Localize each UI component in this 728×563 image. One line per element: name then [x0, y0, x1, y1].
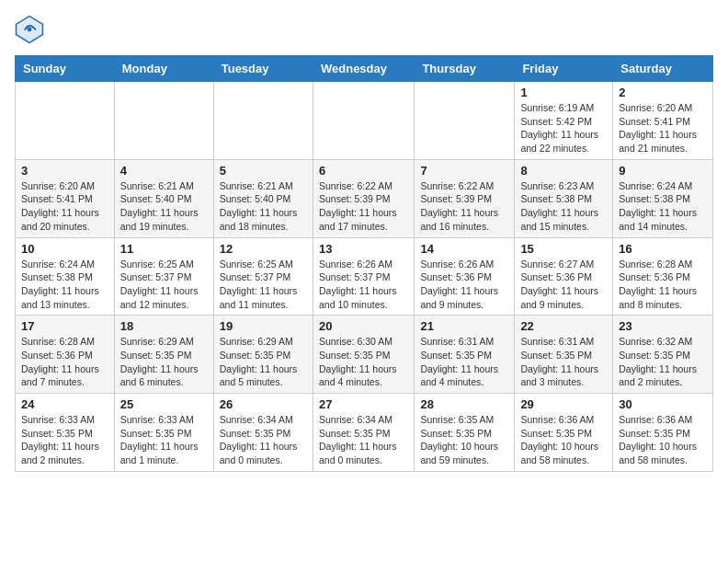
calendar-day-cell: 13Sunrise: 6:26 AMSunset: 5:37 PMDayligh… — [313, 237, 414, 316]
day-number: 24 — [21, 397, 108, 411]
calendar-day-cell: 16Sunrise: 6:28 AMSunset: 5:36 PMDayligh… — [613, 237, 713, 316]
calendar-day-cell: 30Sunrise: 6:36 AMSunset: 5:35 PMDayligh… — [613, 394, 713, 472]
day-number: 3 — [21, 164, 108, 178]
day-number: 16 — [619, 242, 707, 256]
calendar-day-cell: 22Sunrise: 6:31 AMSunset: 5:35 PMDayligh… — [515, 316, 613, 394]
day-number: 17 — [21, 319, 108, 333]
calendar-day-header: Thursday — [415, 56, 515, 82]
day-number: 11 — [120, 242, 208, 256]
day-info: Sunrise: 6:27 AMSunset: 5:36 PMDaylight:… — [520, 258, 607, 312]
day-number: 4 — [120, 164, 208, 178]
calendar-day-cell: 23Sunrise: 6:32 AMSunset: 5:35 PMDayligh… — [613, 316, 713, 394]
calendar-table: SundayMondayTuesdayWednesdayThursdayFrid… — [15, 55, 713, 472]
calendar-day-header: Monday — [114, 56, 213, 82]
day-info: Sunrise: 6:31 AMSunset: 5:35 PMDaylight:… — [420, 335, 508, 389]
day-number: 25 — [120, 397, 208, 411]
day-info: Sunrise: 6:33 AMSunset: 5:35 PMDaylight:… — [120, 413, 208, 467]
day-info: Sunrise: 6:34 AMSunset: 5:35 PMDaylight:… — [319, 413, 408, 467]
day-info: Sunrise: 6:24 AMSunset: 5:38 PMDaylight:… — [21, 258, 108, 312]
day-number: 20 — [319, 319, 408, 333]
calendar-day-cell: 21Sunrise: 6:31 AMSunset: 5:35 PMDayligh… — [415, 316, 515, 394]
calendar-day-cell — [213, 82, 313, 160]
day-info: Sunrise: 6:25 AMSunset: 5:37 PMDaylight:… — [120, 258, 208, 312]
calendar-day-cell: 8Sunrise: 6:23 AMSunset: 5:38 PMDaylight… — [515, 159, 613, 237]
calendar-day-cell — [415, 82, 515, 160]
calendar-day-cell: 24Sunrise: 6:33 AMSunset: 5:35 PMDayligh… — [16, 394, 115, 472]
logo — [15, 15, 48, 44]
calendar-day-cell: 18Sunrise: 6:29 AMSunset: 5:35 PMDayligh… — [114, 316, 213, 394]
calendar-day-cell: 27Sunrise: 6:34 AMSunset: 5:35 PMDayligh… — [313, 394, 414, 472]
day-info: Sunrise: 6:22 AMSunset: 5:39 PMDaylight:… — [319, 179, 408, 234]
day-info: Sunrise: 6:21 AMSunset: 5:40 PMDaylight:… — [120, 179, 208, 234]
day-number: 28 — [420, 397, 508, 411]
day-info: Sunrise: 6:26 AMSunset: 5:36 PMDaylight:… — [420, 258, 508, 312]
day-info: Sunrise: 6:23 AMSunset: 5:38 PMDaylight:… — [520, 179, 607, 234]
day-number: 7 — [420, 164, 508, 178]
day-number: 23 — [619, 319, 707, 333]
svg-point-2 — [28, 28, 32, 32]
day-number: 14 — [420, 242, 508, 256]
day-info: Sunrise: 6:25 AMSunset: 5:37 PMDaylight:… — [220, 258, 307, 312]
day-number: 2 — [619, 86, 707, 99]
calendar-day-cell: 15Sunrise: 6:27 AMSunset: 5:36 PMDayligh… — [515, 237, 613, 316]
day-info: Sunrise: 6:29 AMSunset: 5:35 PMDaylight:… — [220, 335, 307, 389]
calendar-day-cell: 9Sunrise: 6:24 AMSunset: 5:38 PMDaylight… — [613, 159, 713, 237]
day-info: Sunrise: 6:35 AMSunset: 5:35 PMDaylight:… — [420, 413, 508, 467]
day-info: Sunrise: 6:19 AMSunset: 5:42 PMDaylight:… — [520, 101, 607, 155]
calendar-day-cell: 29Sunrise: 6:36 AMSunset: 5:35 PMDayligh… — [515, 394, 613, 472]
calendar-day-cell: 17Sunrise: 6:28 AMSunset: 5:36 PMDayligh… — [16, 316, 115, 394]
calendar-day-cell: 20Sunrise: 6:30 AMSunset: 5:35 PMDayligh… — [313, 316, 414, 394]
day-number: 29 — [520, 397, 607, 411]
day-info: Sunrise: 6:24 AMSunset: 5:38 PMDaylight:… — [619, 179, 707, 234]
calendar-week-row: 1Sunrise: 6:19 AMSunset: 5:42 PMDaylight… — [16, 82, 713, 160]
day-number: 6 — [319, 164, 408, 178]
calendar-day-cell: 12Sunrise: 6:25 AMSunset: 5:37 PMDayligh… — [213, 237, 313, 316]
day-number: 10 — [21, 242, 108, 256]
day-number: 15 — [520, 242, 607, 256]
day-info: Sunrise: 6:22 AMSunset: 5:39 PMDaylight:… — [420, 179, 508, 234]
calendar-day-cell: 2Sunrise: 6:20 AMSunset: 5:41 PMDaylight… — [613, 82, 713, 160]
day-info: Sunrise: 6:30 AMSunset: 5:35 PMDaylight:… — [319, 335, 408, 389]
day-number: 26 — [220, 397, 307, 411]
day-info: Sunrise: 6:26 AMSunset: 5:37 PMDaylight:… — [319, 258, 408, 312]
calendar-day-cell: 7Sunrise: 6:22 AMSunset: 5:39 PMDaylight… — [415, 159, 515, 237]
page-header — [15, 15, 713, 44]
calendar-day-cell — [16, 82, 115, 160]
calendar-day-cell: 28Sunrise: 6:35 AMSunset: 5:35 PMDayligh… — [415, 394, 515, 472]
calendar-day-cell: 14Sunrise: 6:26 AMSunset: 5:36 PMDayligh… — [415, 237, 515, 316]
calendar-day-cell: 19Sunrise: 6:29 AMSunset: 5:35 PMDayligh… — [213, 316, 313, 394]
calendar-day-header: Wednesday — [313, 56, 414, 82]
day-number: 18 — [120, 319, 208, 333]
day-number: 13 — [319, 242, 408, 256]
calendar-header-row: SundayMondayTuesdayWednesdayThursdayFrid… — [16, 56, 713, 82]
day-info: Sunrise: 6:36 AMSunset: 5:35 PMDaylight:… — [520, 413, 607, 467]
day-info: Sunrise: 6:32 AMSunset: 5:35 PMDaylight:… — [619, 335, 707, 389]
calendar-day-header: Tuesday — [213, 56, 313, 82]
day-number: 21 — [420, 319, 508, 333]
calendar-week-row: 10Sunrise: 6:24 AMSunset: 5:38 PMDayligh… — [16, 237, 713, 316]
day-info: Sunrise: 6:29 AMSunset: 5:35 PMDaylight:… — [120, 335, 208, 389]
calendar-day-cell: 25Sunrise: 6:33 AMSunset: 5:35 PMDayligh… — [114, 394, 213, 472]
calendar-day-header: Friday — [515, 56, 613, 82]
day-number: 27 — [319, 397, 408, 411]
calendar-day-header: Sunday — [16, 56, 115, 82]
day-info: Sunrise: 6:28 AMSunset: 5:36 PMDaylight:… — [21, 335, 108, 389]
logo-icon — [15, 15, 44, 44]
day-info: Sunrise: 6:20 AMSunset: 5:41 PMDaylight:… — [619, 101, 707, 155]
calendar-day-cell: 1Sunrise: 6:19 AMSunset: 5:42 PMDaylight… — [515, 82, 613, 160]
calendar-week-row: 3Sunrise: 6:20 AMSunset: 5:41 PMDaylight… — [16, 159, 713, 237]
day-number: 22 — [520, 319, 607, 333]
calendar-day-cell: 3Sunrise: 6:20 AMSunset: 5:41 PMDaylight… — [16, 159, 115, 237]
calendar-day-cell — [114, 82, 213, 160]
day-number: 19 — [220, 319, 307, 333]
calendar-day-header: Saturday — [613, 56, 713, 82]
day-info: Sunrise: 6:20 AMSunset: 5:41 PMDaylight:… — [21, 179, 108, 234]
calendar-day-cell: 6Sunrise: 6:22 AMSunset: 5:39 PMDaylight… — [313, 159, 414, 237]
day-info: Sunrise: 6:21 AMSunset: 5:40 PMDaylight:… — [220, 179, 307, 234]
day-number: 8 — [520, 164, 607, 178]
day-info: Sunrise: 6:33 AMSunset: 5:35 PMDaylight:… — [21, 413, 108, 467]
calendar-day-cell: 5Sunrise: 6:21 AMSunset: 5:40 PMDaylight… — [213, 159, 313, 237]
day-info: Sunrise: 6:28 AMSunset: 5:36 PMDaylight:… — [619, 258, 707, 312]
calendar-week-row: 24Sunrise: 6:33 AMSunset: 5:35 PMDayligh… — [16, 394, 713, 472]
day-number: 9 — [619, 164, 707, 178]
